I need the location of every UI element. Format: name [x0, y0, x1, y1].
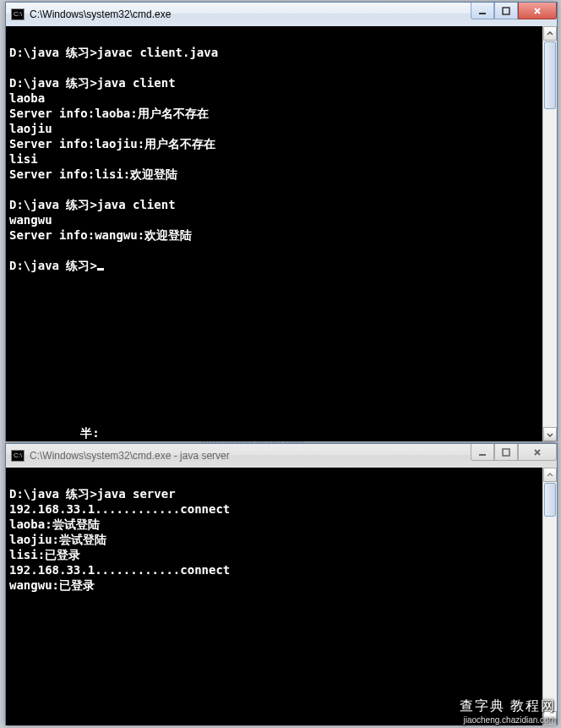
maximize-icon	[502, 448, 510, 457]
scroll-up-button[interactable]	[543, 468, 557, 482]
chevron-down-icon	[547, 431, 553, 438]
titlebar-client[interactable]: C:\ C:\Windows\system32\cmd.exe	[6, 3, 557, 26]
close-icon	[533, 448, 542, 457]
titlebar-server[interactable]: C:\ C:\Windows\system32\cmd.exe - java s…	[6, 444, 557, 468]
terminal-output-server[interactable]: D:\java 练习>java server 192.168.33.1.....…	[6, 468, 542, 725]
scrollbar[interactable]	[542, 468, 557, 725]
svg-rect-1	[503, 8, 509, 14]
cmd-icon: C:\	[11, 450, 25, 462]
window-controls	[471, 3, 557, 19]
chevron-up-icon	[547, 30, 553, 37]
cmd-window-server: C:\ C:\Windows\system32\cmd.exe - java s…	[5, 443, 558, 725]
scroll-thumb[interactable]	[544, 483, 556, 517]
terminal-output-client[interactable]: D:\java 练习>javac client.java D:\java 练习>…	[6, 26, 542, 441]
close-button[interactable]	[518, 3, 557, 19]
window-title: C:\Windows\system32\cmd.exe	[30, 8, 171, 20]
cmd-window-client: C:\ C:\Windows\system32\cmd.exe D:\java …	[5, 2, 558, 441]
window-controls	[471, 444, 557, 461]
scrollbar[interactable]	[542, 26, 557, 441]
window-title: C:\Windows\system32\cmd.exe - java serve…	[30, 450, 230, 462]
scroll-thumb[interactable]	[544, 41, 556, 109]
site-watermark: 查字典 教程网 jiaocheng.chazidian.com	[460, 698, 556, 725]
svg-rect-3	[503, 449, 509, 456]
maximize-icon	[502, 7, 510, 15]
watermark-title: 查字典 教程网	[460, 698, 556, 715]
scroll-down-button[interactable]	[543, 427, 557, 441]
maximize-button[interactable]	[494, 444, 518, 461]
minimize-icon	[478, 7, 487, 15]
minimize-button[interactable]	[471, 444, 494, 461]
scroll-up-button[interactable]	[543, 26, 557, 41]
watermark-url: jiaocheng.chazidian.com	[460, 715, 556, 725]
close-icon	[533, 7, 542, 15]
svg-rect-2	[479, 454, 486, 456]
svg-rect-0	[479, 13, 486, 14]
close-button[interactable]	[518, 444, 557, 461]
minimize-icon	[478, 448, 487, 457]
maximize-button[interactable]	[494, 3, 518, 19]
minimize-button[interactable]	[471, 3, 494, 19]
chevron-up-icon	[547, 472, 553, 479]
cmd-icon: C:\	[11, 8, 25, 20]
